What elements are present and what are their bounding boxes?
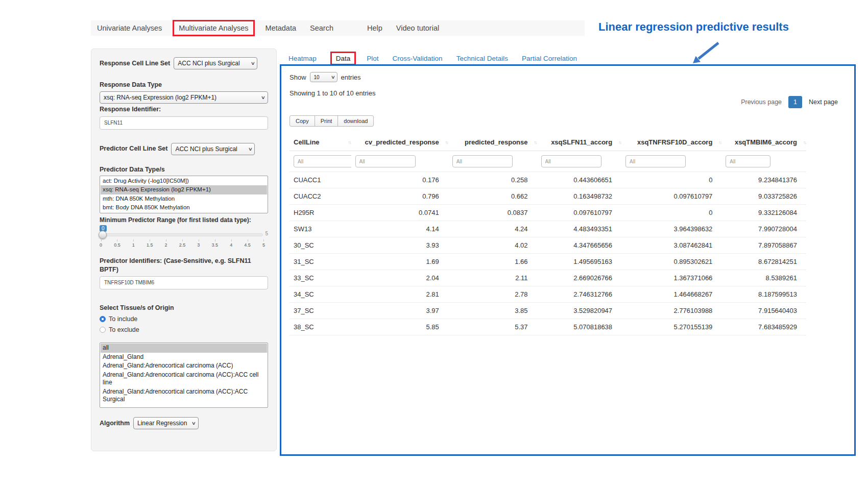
tab-partial-correlation[interactable]: Partial Correlation xyxy=(522,55,577,62)
chevron-down-icon: ∨ xyxy=(191,421,196,426)
cellline-cell: 31_SC xyxy=(290,254,351,270)
slider-track[interactable] xyxy=(100,233,263,236)
tab-technical-details[interactable]: Technical Details xyxy=(456,55,508,62)
sort-icon: ↑↓ xyxy=(803,140,806,145)
predictor-identifiers-label: Predictor Identifiers: (Case-Sensitive, … xyxy=(100,257,268,274)
slider-tick-label: 0 xyxy=(100,242,102,248)
cell-cv-predicted-response: 0.176 xyxy=(351,172,448,188)
cell-xsqslfn11-accorg: 4.483493351 xyxy=(537,221,622,237)
predictor-cell-line-set-select[interactable]: ACC NCI plus Surgical ∨ xyxy=(171,143,255,155)
cell-cv-predicted-response: 2.81 xyxy=(351,286,448,303)
response-data-type-select[interactable]: xsq: RNA-seq Expression (log2 FPKM+1) ∨ xyxy=(100,91,268,104)
download-button[interactable]: download xyxy=(337,115,374,127)
tissue-exclude-radio[interactable]: To exclude xyxy=(100,326,268,333)
cell-xsqtmbim6-accorg: 8.5389261 xyxy=(721,270,806,286)
cell-predicted-response: 4.24 xyxy=(448,221,537,237)
cell-xsqtmbim6-accorg: 8.187599513 xyxy=(721,286,806,303)
tissue-option[interactable]: all xyxy=(101,344,267,353)
column-header-predicted-response[interactable]: predicted_response↑↓ xyxy=(448,134,537,151)
filter-input-cellline[interactable] xyxy=(294,155,351,167)
cell-xsqtnfrsf10d-accorg: 3.964398632 xyxy=(621,221,721,237)
select-value: 10 xyxy=(314,75,320,80)
filter-input-cv-predicted-response[interactable] xyxy=(355,155,416,167)
cell-xsqtmbim6-accorg: 7.990728004 xyxy=(721,221,806,237)
column-label: CellLine xyxy=(294,138,320,146)
slider-tick-label: 4.5 xyxy=(244,242,251,248)
select-value: ACC NCI plus Surgical xyxy=(178,60,239,67)
tab-cross-validation[interactable]: Cross-Validation xyxy=(393,55,443,62)
page: Univariate AnalysesMultivariate Analyses… xyxy=(0,0,868,488)
predictor-data-type-label: Predictor Data Type/s xyxy=(100,165,268,174)
response-cell-line-set-select[interactable]: ACC NCI plus Surgical ∨ xyxy=(174,57,257,69)
column-header-xsqtnfrsf10d-accorg[interactable]: xsqTNFRSF10D_accorg↑↓ xyxy=(621,134,721,151)
response-cell-line-set-label: Response Cell Line Set xyxy=(100,59,170,67)
min-predictor-range-slider[interactable]: 0 5 00.511.522.533.544.55 xyxy=(100,226,268,252)
tab-data[interactable]: Data xyxy=(336,55,351,62)
pagination: Previous page 1 Next page xyxy=(736,95,843,109)
column-label: xsqSLFN11_accorg xyxy=(551,138,612,146)
cell-xsqtmbim6-accorg: 7.915640403 xyxy=(721,303,806,319)
copy-button[interactable]: Copy xyxy=(290,115,315,127)
chevron-down-icon: ∨ xyxy=(250,61,255,66)
algorithm-select[interactable]: Linear Regression ∨ xyxy=(133,417,199,429)
slider-max-label: 5 xyxy=(265,231,268,236)
tissue-include-radio[interactable]: To include xyxy=(100,315,268,323)
table-row: 30_SC3.934.024.3476656563.0874628417.897… xyxy=(290,237,806,254)
print-button[interactable]: Print xyxy=(315,115,339,127)
predictor-type-option[interactable]: mth: DNA 850K Methylation xyxy=(101,194,267,204)
cell-predicted-response: 3.85 xyxy=(448,303,537,319)
response-identifier-input[interactable] xyxy=(100,116,268,130)
predictor-type-option[interactable]: bmt: Body DNA 850K Methylation xyxy=(101,203,267,212)
nav-item-search[interactable]: Search xyxy=(310,24,333,32)
filter-input-xsqslfn11-accorg[interactable] xyxy=(541,155,601,167)
sort-icon: ↑↓ xyxy=(445,140,448,145)
select-value: Linear Regression xyxy=(137,420,187,427)
slider-handle[interactable] xyxy=(99,231,107,239)
tab-plot[interactable]: Plot xyxy=(367,55,378,62)
page-number-button[interactable]: 1 xyxy=(788,96,802,108)
page-length-select[interactable]: 10 ∨ xyxy=(310,72,337,82)
cell-xsqtnfrsf10d-accorg: 3.087462841 xyxy=(621,237,721,254)
column-header-cv-predicted-response[interactable]: cv_predicted_response↑↓ xyxy=(351,134,448,151)
tab-heatmap[interactable]: Heatmap xyxy=(288,55,317,62)
table-row: H295R0.07410.08370.09761079709.332126084 xyxy=(290,205,806,221)
tissue-option[interactable]: Adrenal_Gland:Adrenocortical carcinoma (… xyxy=(101,361,267,371)
cell-xsqtmbim6-accorg: 9.033725826 xyxy=(721,188,806,205)
previous-page-button[interactable]: Previous page xyxy=(736,95,787,109)
nav-item-help[interactable]: Help xyxy=(367,24,382,32)
cell-predicted-response: 2.78 xyxy=(448,286,537,303)
slider-tick-label: 5 xyxy=(262,242,265,248)
chevron-down-icon: ∨ xyxy=(248,147,252,152)
nav-item-multivariate-analyses[interactable]: Multivariate Analyses xyxy=(179,24,248,32)
predictor-type-option[interactable]: xsq: RNA-seq Expression (log2 FPKM+1) xyxy=(101,185,267,194)
top-nav: Univariate AnalysesMultivariate Analyses… xyxy=(91,20,585,36)
filter-input-xsqtnfrsf10d-accorg[interactable] xyxy=(625,155,686,167)
slider-tick-label: 3 xyxy=(197,242,200,248)
cell-xsqslfn11-accorg: 0.163498732 xyxy=(537,188,622,205)
nav-item-wrap: Video tutorial xyxy=(396,24,439,32)
nav-item-univariate-analyses[interactable]: Univariate Analyses xyxy=(97,24,162,32)
column-header-xsqtmbim6-accorg[interactable]: xsqTMBIM6_accorg↑↓ xyxy=(721,134,806,151)
next-page-button[interactable]: Next page xyxy=(804,95,843,109)
nav-item-video-tutorial[interactable]: Video tutorial xyxy=(396,24,439,32)
cell-xsqtnfrsf10d-accorg: 1.367371066 xyxy=(621,270,721,286)
column-header-cellline[interactable]: CellLine↑↓ xyxy=(290,134,351,151)
cell-xsqtnfrsf10d-accorg: 0 xyxy=(621,172,721,188)
nav-item-wrap: Univariate Analyses xyxy=(97,24,162,32)
entries-label: entries xyxy=(341,74,361,81)
cell-xsqtmbim6-accorg: 8.672814251 xyxy=(721,254,806,270)
table-row: 38_SC5.855.375.0708186385.2701551397.683… xyxy=(290,319,806,335)
predictor-cell-line-set-label: Predictor Cell Line Set xyxy=(100,144,167,153)
column-header-xsqslfn11-accorg[interactable]: xsqSLFN11_accorg↑↓ xyxy=(537,134,622,151)
filter-input-predicted-response[interactable] xyxy=(452,155,513,167)
tissue-option[interactable]: Adrenal_Gland xyxy=(101,353,267,362)
cell-xsqtnfrsf10d-accorg: 0.895302621 xyxy=(621,254,721,270)
predictor-type-option[interactable]: act: Drug Activity (-log10[IC50M]) xyxy=(101,177,267,186)
annotation-arrow-icon xyxy=(687,40,725,66)
tissue-option[interactable]: Adrenal_Gland:Adrenocortical carcinoma (… xyxy=(101,387,267,404)
column-label: cv_predicted_response xyxy=(365,138,439,146)
filter-input-xsqtmbim6-accorg[interactable] xyxy=(726,155,770,167)
nav-item-metadata[interactable]: Metadata xyxy=(266,24,296,32)
predictor-identifiers-input[interactable] xyxy=(100,276,268,289)
tissue-option[interactable]: Adrenal_Gland:Adrenocortical carcinoma (… xyxy=(101,371,267,387)
